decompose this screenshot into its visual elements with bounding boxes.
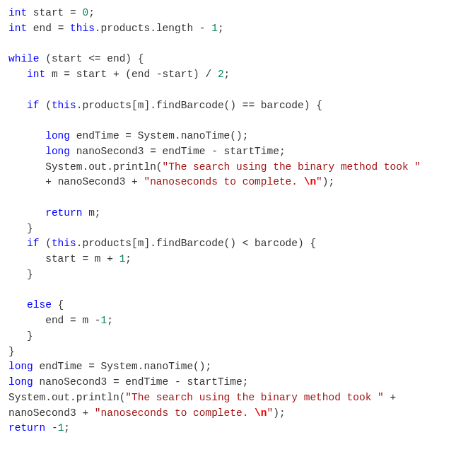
code-token: return	[45, 207, 82, 219]
code-token: 1	[211, 23, 218, 34]
code-token: findBarcode	[156, 238, 224, 249]
code-token: this	[52, 238, 76, 249]
code-token	[8, 100, 27, 111]
code-token: \n	[255, 407, 267, 419]
code-line	[8, 283, 448, 298]
code-token: "The search using the binary method took…	[163, 161, 421, 173]
code-token: ;	[224, 69, 230, 80]
code-token: );	[322, 176, 334, 187]
code-token: /	[206, 69, 218, 80]
code-token: System	[8, 392, 45, 403]
code-token: =	[70, 7, 82, 18]
code-line: return -1;	[8, 421, 448, 436]
code-token: start	[8, 253, 82, 265]
code-token: while	[8, 53, 40, 64]
code-token: );	[273, 407, 285, 419]
code-token	[8, 130, 45, 141]
code-line	[8, 37, 448, 52]
code-token: 0	[82, 7, 88, 18]
code-token: "The search using the binary method took…	[125, 392, 383, 403]
code-token: ;	[88, 7, 95, 18]
code-line: }	[8, 329, 448, 344]
code-token: else	[27, 299, 52, 310]
code-token: .	[82, 161, 88, 173]
code-block: int start = 0;int end = this.products.le…	[8, 6, 448, 436]
code-token: System	[8, 161, 82, 173]
code-token: startTime	[187, 376, 242, 388]
code-token: =	[125, 130, 137, 141]
code-line: long nanoSecond3 = endTime - startTime;	[8, 144, 448, 160]
code-token	[8, 223, 27, 234]
code-token: ) {	[125, 53, 144, 64]
code-token: m	[95, 253, 107, 265]
code-token: ;	[64, 422, 70, 434]
code-token: nanoTime	[181, 130, 230, 141]
code-token: products	[101, 23, 151, 34]
code-line: long nanoSecond3 = endTime - startTime;	[8, 375, 448, 390]
code-token: =	[113, 376, 125, 388]
code-token: .	[70, 392, 76, 403]
code-token: long	[45, 130, 70, 141]
code-token: "	[316, 176, 322, 187]
code-token: [	[131, 100, 138, 111]
code-token: nanoTime	[144, 361, 193, 372]
code-token: products	[82, 238, 131, 249]
code-token: <	[242, 238, 255, 249]
code-token: end	[131, 69, 156, 80]
code-token: ()	[224, 100, 242, 111]
code-token: }	[27, 330, 33, 342]
code-token	[8, 176, 45, 187]
code-line	[8, 113, 448, 129]
code-token	[8, 146, 45, 157]
code-token: findBarcode	[156, 100, 224, 111]
code-line: start = m + 1;	[8, 252, 448, 267]
code-token: this	[70, 23, 95, 34]
code-token: end	[27, 23, 58, 34]
code-line: return m;	[8, 206, 448, 221]
code-token: )	[193, 69, 205, 80]
code-line: int m = start + (end -start) / 2;	[8, 67, 448, 83]
code-line: }	[8, 344, 448, 360]
code-token: =	[82, 253, 94, 265]
code-token: int	[8, 23, 27, 34]
code-token: (	[40, 100, 52, 111]
code-token: <=	[88, 53, 107, 64]
code-line: long endTime = System.nanoTime();	[8, 359, 448, 375]
code-token: +	[82, 407, 94, 419]
code-token: out	[88, 161, 107, 173]
code-token	[8, 299, 27, 310]
code-token: int	[8, 7, 27, 18]
code-token: long	[8, 361, 33, 372]
code-token: =	[88, 361, 100, 372]
code-token: length	[156, 23, 199, 34]
code-line	[8, 83, 448, 98]
code-token: ;	[107, 315, 113, 326]
code-line: }	[8, 267, 448, 283]
code-token: start	[76, 69, 113, 80]
code-token: =	[70, 315, 82, 326]
code-line: else {	[8, 298, 448, 313]
code-token: ;	[242, 376, 249, 388]
code-line: while (start <= end) {	[8, 52, 448, 67]
code-token: =	[64, 69, 76, 80]
code-token: ) {	[304, 100, 322, 111]
code-token: long	[45, 146, 70, 157]
code-token: startTime	[224, 146, 279, 157]
code-token: endTime	[125, 376, 175, 388]
code-token: .	[150, 23, 156, 34]
code-token: System	[138, 130, 175, 141]
code-token: .	[45, 392, 52, 403]
code-token: +	[107, 253, 119, 265]
code-token: "nanoseconds to complete.	[95, 407, 255, 419]
code-token: endTime	[33, 361, 88, 372]
code-token: endTime	[163, 146, 212, 157]
code-token: return	[8, 422, 45, 434]
code-token: ;	[95, 207, 101, 219]
code-token: (	[40, 238, 52, 249]
code-token: =	[150, 146, 162, 157]
code-token: -	[45, 422, 57, 434]
code-token: (start	[40, 53, 89, 64]
code-token: \n	[304, 176, 316, 187]
code-token: }	[27, 269, 33, 280]
code-token: ();	[193, 361, 211, 372]
